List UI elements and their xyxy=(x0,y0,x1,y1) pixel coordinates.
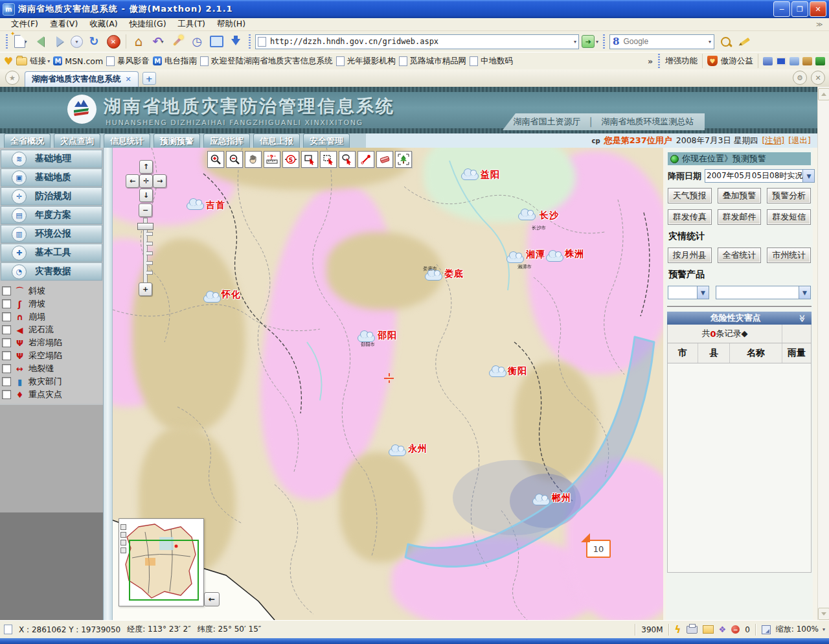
chevron-down-icon[interactable]: ▼ xyxy=(799,286,810,299)
layer-checkbox[interactable] xyxy=(2,299,11,308)
sidebar-item-annual-plan[interactable]: ▤年度方案 xyxy=(1,206,102,224)
url-dropdown-icon[interactable]: ▾ xyxy=(574,39,576,45)
layer-checkbox[interactable] xyxy=(2,325,11,334)
overview-minimap[interactable] xyxy=(119,518,204,606)
new-tab-plus-button[interactable]: + xyxy=(142,72,156,85)
sidebar-item-basic-tools[interactable]: ✚基本工具 xyxy=(1,244,102,262)
address-bar[interactable]: ▾ xyxy=(255,34,579,49)
highlight-button[interactable] xyxy=(736,33,753,50)
layer-checkbox[interactable] xyxy=(2,377,11,386)
link-photo[interactable]: 光年摄影机构 xyxy=(336,56,396,67)
zoom-slider-handle[interactable] xyxy=(137,223,153,230)
minimap-tool-button[interactable] xyxy=(120,547,126,553)
printer-icon[interactable] xyxy=(687,626,698,634)
favorites-star-button[interactable]: ★ xyxy=(5,71,19,85)
minimize-button[interactable]: ─ xyxy=(773,1,790,17)
zoom-in-tool[interactable] xyxy=(207,151,224,168)
exit-link[interactable]: [退出] xyxy=(788,135,811,146)
layer-checkbox[interactable] xyxy=(2,390,11,399)
col-county[interactable]: 县 xyxy=(698,343,730,363)
links-overflow[interactable]: » xyxy=(648,56,653,66)
bulk-sms-button[interactable]: 群发短信 xyxy=(767,209,811,225)
page-scrollbar[interactable] xyxy=(817,87,829,620)
pan-tool[interactable] xyxy=(245,151,262,168)
deselect-rect-tool[interactable] xyxy=(320,151,337,168)
sidebar-item-base-geography[interactable]: ≋基础地理 xyxy=(1,150,102,168)
plugin-icon[interactable]: ❖ xyxy=(719,625,727,634)
url-input[interactable] xyxy=(269,36,573,47)
maxthon-charity-icon[interactable]: ♥ xyxy=(707,56,718,66)
toolbar-grip[interactable] xyxy=(6,34,8,49)
close-button[interactable]: ✕ xyxy=(810,1,826,17)
nav-tab-query[interactable]: 灾点查询 xyxy=(54,133,100,148)
sidebar-splitter[interactable] xyxy=(104,148,113,620)
sidebar-item-base-geology[interactable]: ▣基础地质 xyxy=(1,168,102,187)
refresh-button[interactable]: ↻ xyxy=(85,33,102,50)
new-tab-button[interactable]: ✦▾ xyxy=(12,33,29,50)
double-chevron-icon[interactable]: ≫ xyxy=(799,314,807,322)
pan-right-button[interactable]: → xyxy=(153,174,166,188)
menubar-overflow-icon[interactable]: ≫ xyxy=(816,21,826,28)
layer-checkbox[interactable] xyxy=(2,364,11,373)
chevron-down-icon[interactable]: ▼ xyxy=(802,170,814,182)
zoom-out-tool[interactable] xyxy=(226,151,243,168)
nav-tab-forecast[interactable]: 预测预警 xyxy=(153,133,200,148)
minimap-tool-button[interactable] xyxy=(120,532,126,538)
window-list-button[interactable] xyxy=(208,33,225,50)
back-button[interactable] xyxy=(32,33,49,50)
pan-up-button[interactable]: ↑ xyxy=(139,160,153,174)
monthly-county-button[interactable]: 按月州县 xyxy=(668,247,712,263)
go-button[interactable]: ➜ xyxy=(582,35,595,48)
col-rainfall[interactable]: 雨量 xyxy=(782,343,811,363)
popup-blocker-icon[interactable]: − xyxy=(731,625,740,634)
city-stats-button[interactable]: 市州统计 xyxy=(767,247,811,263)
col-name[interactable]: 名称 xyxy=(730,343,782,363)
bulk-email-button[interactable]: 群发邮件 xyxy=(718,209,762,225)
building-icon[interactable] xyxy=(815,57,825,65)
notes-icon[interactable] xyxy=(789,57,799,65)
pan-center-button[interactable]: ✛ xyxy=(139,174,153,188)
link-milu[interactable]: 觅路城市精品网 xyxy=(399,56,467,67)
menu-view[interactable]: 查看(V) xyxy=(44,18,84,30)
search-bar[interactable]: 8 ▾ xyxy=(609,34,714,49)
minimap-collapse-button[interactable]: ← xyxy=(204,592,220,606)
go-dropdown-icon[interactable]: ▾ xyxy=(596,39,598,45)
pan-down-button[interactable]: ↓ xyxy=(139,189,153,202)
search-input[interactable] xyxy=(622,36,707,47)
link-msn[interactable]: MMSN.com xyxy=(53,56,103,66)
home-button[interactable]: ⌂ xyxy=(130,33,147,50)
minimap-tool-button[interactable] xyxy=(120,540,126,546)
layer-checkbox[interactable] xyxy=(2,286,11,295)
overlay-warning-button[interactable]: 叠加预警 xyxy=(718,188,762,203)
nav-tab-security[interactable]: 安全管理 xyxy=(303,133,350,148)
link-zhongdi[interactable]: 中地数码 xyxy=(470,56,513,67)
link-hunan-geo[interactable]: 欢迎登陆湖南省地质灾害信息系统 xyxy=(200,56,333,67)
user-icon[interactable] xyxy=(763,57,773,65)
magic-fill-button[interactable] xyxy=(169,33,186,50)
favorites-heart-icon[interactable]: ♥ xyxy=(4,55,13,67)
product-type-select[interactable]: ▼ xyxy=(668,286,709,299)
province-stats-button[interactable]: 全省统计 xyxy=(718,247,762,263)
chevron-down-icon[interactable]: ▼ xyxy=(697,286,709,299)
sidebar-item-env-bulletin[interactable]: ▥环境公报 xyxy=(1,225,102,243)
menu-tools[interactable]: 工具(T) xyxy=(172,18,211,30)
nav-tab-report[interactable]: 信息上报 xyxy=(253,133,300,148)
toolbar-grip[interactable] xyxy=(603,34,605,49)
menu-groups[interactable]: 快捷组(G) xyxy=(124,18,172,30)
menu-file[interactable]: 文件(F) xyxy=(5,18,44,30)
select-rect-tool[interactable] xyxy=(301,151,318,168)
menu-favorites[interactable]: 收藏(A) xyxy=(84,18,123,30)
rain-date-select[interactable]: 2007年05月05日08时实况 ▼ xyxy=(705,169,815,183)
layer-checkbox[interactable] xyxy=(2,351,11,360)
tab-active[interactable]: 湖南省地质灾害信息系统 ✕ xyxy=(25,71,139,87)
nav-tab-stats[interactable]: 信息统计 xyxy=(104,133,150,148)
link-radio[interactable]: M电台指南 xyxy=(153,56,197,67)
tab-close-icon[interactable]: ✕ xyxy=(126,75,131,84)
toolbar-grip[interactable] xyxy=(249,34,251,49)
links-folder[interactable]: 链接▾ xyxy=(16,56,50,67)
pan-left-button[interactable]: ← xyxy=(126,174,139,188)
link-land-resources[interactable]: 湖南省国土资源厅 xyxy=(514,116,581,128)
links-grip[interactable] xyxy=(658,54,660,68)
download-button[interactable] xyxy=(227,33,244,50)
measure-tool[interactable]: ? xyxy=(264,151,280,168)
